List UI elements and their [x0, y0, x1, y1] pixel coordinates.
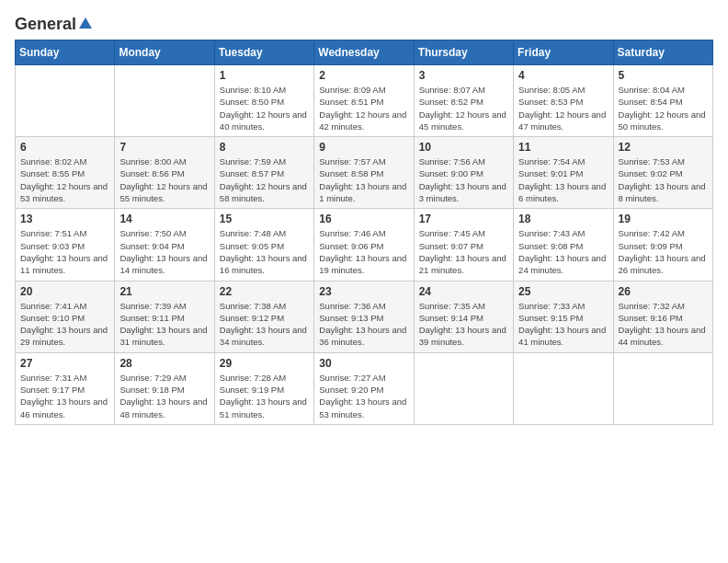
calendar-day-cell: 16Sunrise: 7:46 AMSunset: 9:06 PMDayligh…	[314, 209, 414, 281]
calendar-day-cell: 10Sunrise: 7:56 AMSunset: 9:00 PMDayligh…	[414, 137, 513, 209]
day-info: Sunrise: 7:51 AMSunset: 9:03 PMDaylight:…	[20, 227, 109, 276]
day-of-week-header: Thursday	[414, 40, 513, 65]
day-info: Sunrise: 7:56 AMSunset: 9:00 PMDaylight:…	[419, 155, 508, 204]
calendar-day-cell: 17Sunrise: 7:45 AMSunset: 9:07 PMDayligh…	[414, 209, 513, 281]
calendar-day-cell: 13Sunrise: 7:51 AMSunset: 9:03 PMDayligh…	[16, 209, 115, 281]
calendar-week-row: 20Sunrise: 7:41 AMSunset: 9:10 PMDayligh…	[16, 281, 713, 352]
day-info: Sunrise: 7:48 AMSunset: 9:05 PMDaylight:…	[220, 227, 309, 276]
calendar-day-cell: 3Sunrise: 8:07 AMSunset: 8:52 PMDaylight…	[414, 65, 513, 137]
calendar-day-cell: 18Sunrise: 7:43 AMSunset: 9:08 PMDayligh…	[514, 209, 613, 281]
calendar-day-cell: 1Sunrise: 8:10 AMSunset: 8:50 PMDaylight…	[214, 65, 313, 137]
day-of-week-header: Monday	[115, 40, 214, 65]
day-number: 24	[419, 285, 508, 298]
day-number: 18	[518, 213, 608, 225]
day-of-week-header: Sunday	[16, 40, 115, 65]
day-info: Sunrise: 7:42 AMSunset: 9:09 PMDaylight:…	[619, 227, 708, 276]
day-info: Sunrise: 7:54 AMSunset: 9:01 PMDaylight:…	[518, 155, 608, 204]
day-number: 3	[419, 69, 508, 82]
calendar-day-cell: 2Sunrise: 8:09 AMSunset: 8:51 PMDaylight…	[314, 65, 414, 137]
day-number: 8	[220, 141, 309, 154]
day-info: Sunrise: 8:05 AMSunset: 8:53 PMDaylight:…	[518, 84, 608, 132]
day-info: Sunrise: 8:09 AMSunset: 8:51 PMDaylight:…	[319, 84, 408, 132]
logo-icon	[77, 16, 94, 32]
day-number: 7	[119, 141, 209, 154]
calendar-day-cell: 23Sunrise: 7:36 AMSunset: 9:13 PMDayligh…	[314, 281, 414, 352]
day-number: 12	[619, 141, 708, 154]
svg-marker-0	[79, 17, 92, 29]
day-info: Sunrise: 7:29 AMSunset: 9:18 PMDaylight:…	[119, 372, 209, 420]
calendar-day-cell: 20Sunrise: 7:41 AMSunset: 9:10 PMDayligh…	[16, 281, 115, 352]
day-info: Sunrise: 7:35 AMSunset: 9:14 PMDaylight:…	[419, 300, 508, 349]
day-number: 5	[619, 69, 708, 82]
calendar-day-cell	[16, 65, 115, 137]
day-info: Sunrise: 8:04 AMSunset: 8:54 PMDaylight:…	[619, 84, 708, 132]
calendar-day-cell: 9Sunrise: 7:57 AMSunset: 8:58 PMDaylight…	[314, 137, 414, 209]
calendar-day-cell: 11Sunrise: 7:54 AMSunset: 9:01 PMDayligh…	[514, 137, 613, 209]
day-info: Sunrise: 7:38 AMSunset: 9:12 PMDaylight:…	[220, 300, 309, 349]
calendar-day-cell: 30Sunrise: 7:27 AMSunset: 9:20 PMDayligh…	[314, 352, 414, 424]
day-info: Sunrise: 7:43 AMSunset: 9:08 PMDaylight:…	[518, 227, 608, 276]
calendar-week-row: 6Sunrise: 8:02 AMSunset: 8:55 PMDaylight…	[16, 137, 713, 209]
calendar-day-cell: 12Sunrise: 7:53 AMSunset: 9:02 PMDayligh…	[613, 137, 712, 209]
day-info: Sunrise: 7:32 AMSunset: 9:16 PMDaylight:…	[619, 300, 708, 349]
day-of-week-header: Saturday	[613, 40, 712, 65]
day-info: Sunrise: 7:57 AMSunset: 8:58 PMDaylight:…	[319, 155, 408, 204]
day-number: 15	[220, 213, 309, 225]
day-number: 19	[619, 213, 708, 225]
calendar-day-cell: 14Sunrise: 7:50 AMSunset: 9:04 PMDayligh…	[115, 209, 214, 281]
calendar-day-cell	[514, 352, 613, 424]
day-number: 21	[119, 285, 209, 298]
calendar-day-cell	[115, 65, 214, 137]
day-number: 9	[319, 141, 408, 154]
day-number: 30	[319, 357, 408, 370]
calendar-day-cell: 8Sunrise: 7:59 AMSunset: 8:57 PMDaylight…	[214, 137, 313, 209]
calendar-day-cell	[414, 352, 513, 424]
day-info: Sunrise: 8:07 AMSunset: 8:52 PMDaylight:…	[419, 84, 508, 132]
day-info: Sunrise: 7:50 AMSunset: 9:04 PMDaylight:…	[119, 227, 209, 276]
day-info: Sunrise: 7:53 AMSunset: 9:02 PMDaylight:…	[619, 155, 708, 204]
day-info: Sunrise: 8:10 AMSunset: 8:50 PMDaylight:…	[220, 84, 309, 132]
calendar-day-cell: 29Sunrise: 7:28 AMSunset: 9:19 PMDayligh…	[214, 352, 313, 424]
calendar-day-cell: 22Sunrise: 7:38 AMSunset: 9:12 PMDayligh…	[214, 281, 313, 352]
day-info: Sunrise: 8:00 AMSunset: 8:56 PMDaylight:…	[119, 155, 209, 204]
day-of-week-header: Tuesday	[214, 40, 313, 65]
calendar-day-cell: 26Sunrise: 7:32 AMSunset: 9:16 PMDayligh…	[613, 281, 712, 352]
day-number: 10	[419, 141, 508, 154]
day-number: 13	[20, 213, 109, 225]
calendar-day-cell	[613, 352, 712, 424]
day-info: Sunrise: 7:46 AMSunset: 9:06 PMDaylight:…	[319, 227, 408, 276]
day-number: 11	[518, 141, 608, 154]
calendar-week-row: 1Sunrise: 8:10 AMSunset: 8:50 PMDaylight…	[16, 65, 713, 137]
calendar-day-cell: 27Sunrise: 7:31 AMSunset: 9:17 PMDayligh…	[16, 352, 115, 424]
day-number: 20	[20, 285, 109, 298]
logo: General	[15, 15, 94, 30]
day-number: 25	[518, 285, 608, 298]
calendar-day-cell: 5Sunrise: 8:04 AMSunset: 8:54 PMDaylight…	[613, 65, 712, 137]
calendar: SundayMondayTuesdayWednesdayThursdayFrid…	[15, 40, 713, 425]
day-info: Sunrise: 7:33 AMSunset: 9:15 PMDaylight:…	[518, 300, 608, 349]
day-info: Sunrise: 7:39 AMSunset: 9:11 PMDaylight:…	[119, 300, 209, 349]
day-number: 29	[220, 357, 309, 370]
day-number: 22	[220, 285, 309, 298]
calendar-week-row: 27Sunrise: 7:31 AMSunset: 9:17 PMDayligh…	[16, 352, 713, 424]
logo-general: General	[15, 15, 76, 34]
day-number: 16	[319, 213, 408, 225]
day-info: Sunrise: 7:59 AMSunset: 8:57 PMDaylight:…	[220, 155, 309, 204]
day-info: Sunrise: 7:28 AMSunset: 9:19 PMDaylight:…	[220, 372, 309, 420]
day-number: 4	[518, 69, 608, 82]
day-number: 26	[619, 285, 708, 298]
day-number: 1	[220, 69, 309, 82]
day-number: 27	[20, 357, 109, 370]
day-info: Sunrise: 7:27 AMSunset: 9:20 PMDaylight:…	[319, 372, 408, 420]
day-number: 28	[119, 357, 209, 370]
day-of-week-header: Wednesday	[314, 40, 414, 65]
header: General	[15, 15, 713, 30]
calendar-day-cell: 7Sunrise: 8:00 AMSunset: 8:56 PMDaylight…	[115, 137, 214, 209]
calendar-week-row: 13Sunrise: 7:51 AMSunset: 9:03 PMDayligh…	[16, 209, 713, 281]
day-of-week-header: Friday	[514, 40, 613, 65]
day-info: Sunrise: 7:41 AMSunset: 9:10 PMDaylight:…	[20, 300, 109, 349]
calendar-day-cell: 21Sunrise: 7:39 AMSunset: 9:11 PMDayligh…	[115, 281, 214, 352]
day-number: 2	[319, 69, 408, 82]
day-info: Sunrise: 8:02 AMSunset: 8:55 PMDaylight:…	[20, 155, 109, 204]
day-info: Sunrise: 7:31 AMSunset: 9:17 PMDaylight:…	[20, 372, 109, 420]
